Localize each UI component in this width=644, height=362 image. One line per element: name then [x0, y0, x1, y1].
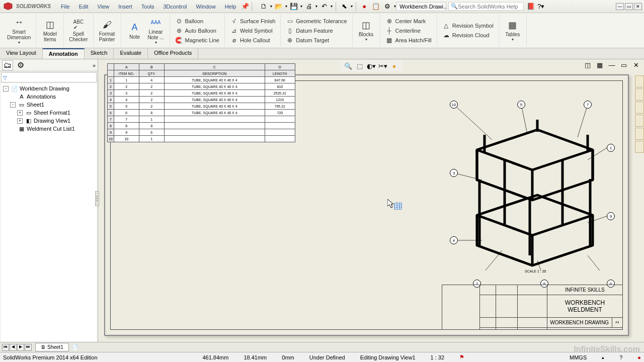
doc-max-icon[interactable]: ▭ — [619, 60, 629, 69]
balloon[interactable]: 10 — [450, 101, 458, 109]
balloon[interactable]: 4 — [450, 236, 458, 244]
doc-close-icon[interactable]: ✕ — [631, 60, 641, 69]
settings-icon[interactable]: ⚙ — [382, 2, 392, 12]
note-button[interactable]: A Note — [124, 21, 145, 41]
hole-callout-button[interactable]: ⌀Hole Callout — [228, 36, 277, 45]
doc-min-icon[interactable]: — — [607, 60, 617, 69]
expand-icon[interactable]: + — [17, 110, 23, 116]
taskpane-resources-icon[interactable] — [635, 75, 644, 87]
add-sheet-icon[interactable]: 📄 — [72, 344, 78, 350]
sheet-tab-1[interactable]: 🗎 Sheet1 — [35, 343, 69, 351]
rebuild-icon[interactable]: ● — [359, 2, 369, 12]
flyout-icon[interactable]: » — [93, 62, 96, 68]
tab-evaluate[interactable]: Evaluate — [114, 48, 148, 59]
balloon[interactable]: 1 — [607, 144, 615, 152]
expand-icon[interactable]: + — [17, 118, 23, 124]
centerline-button[interactable]: ┼Centerline — [383, 26, 434, 35]
menu-file[interactable]: File — [57, 2, 74, 11]
tree-item[interactable]: ▦Weldment Cut List1 — [2, 125, 96, 133]
menu-edit[interactable]: Edit — [75, 2, 93, 11]
appearance-icon[interactable]: ● — [389, 61, 399, 70]
panel-splitter[interactable] — [95, 191, 99, 206]
blocks-button[interactable]: ◫ Blocks ▾ — [356, 18, 377, 43]
select-icon[interactable]: ⬉ — [339, 2, 349, 12]
property-manager-tab[interactable]: ⚙ — [15, 60, 26, 70]
help-dropdown-icon[interactable]: ?▾ — [536, 2, 546, 12]
balloon-button[interactable]: ⊙Balloon — [173, 17, 222, 26]
new-icon[interactable]: 🗋 — [259, 2, 269, 12]
format-painter-button[interactable]: 🖌 Format Painter — [97, 18, 118, 43]
options-icon[interactable]: 📋 — [371, 2, 381, 12]
restore-button[interactable]: ▭ — [625, 3, 633, 10]
status-help-icon[interactable]: ? — [619, 354, 622, 360]
balloon[interactable]: 7 — [584, 101, 592, 109]
sheet-prev-icon[interactable]: ◀ — [10, 344, 17, 351]
weldment-cutlist-table[interactable]: ABCDITEM NO.QTY.DESCRIPTIONLENGTH114TUBE… — [107, 63, 295, 142]
menu-view[interactable]: View — [94, 2, 114, 11]
taskpane-explorer-icon[interactable] — [635, 102, 644, 114]
expand-icon[interactable]: - — [10, 102, 16, 108]
menu-tools[interactable]: Tools — [137, 2, 158, 11]
revision-cloud-button[interactable]: ☁Revision Cloud — [440, 31, 496, 40]
balloon[interactable]: 5 — [517, 101, 525, 109]
tree-item[interactable]: AAnnotations — [2, 93, 96, 101]
section-icon[interactable]: ✂▾ — [378, 61, 388, 70]
magnetic-line-button[interactable]: 🧲Magnetic Line — [173, 36, 222, 45]
display-style-icon[interactable]: ◐▾ — [366, 61, 376, 70]
taskpane-library-icon[interactable] — [635, 88, 644, 101]
tree-item[interactable]: -▭Sheet1 — [2, 101, 96, 109]
weld-symbol-button[interactable]: ⊿Weld Symbol — [228, 26, 277, 35]
surface-finish-button[interactable]: √Surface Finish — [228, 17, 277, 26]
tree-item[interactable]: +◧Drawing View1 — [2, 117, 96, 125]
area-hatch-button[interactable]: ▦Area Hatch/Fill — [383, 36, 434, 45]
auto-balloon-button[interactable]: ⊛Auto Balloon — [173, 26, 222, 35]
drawing-view-1[interactable]: 10571394286 SCALE 1 : 20 — [437, 89, 608, 270]
center-mark-button[interactable]: ⊕Center Mark — [383, 17, 434, 26]
title-block[interactable]: INFINITE SKILLS WORKBENCH WELDMENT WORKB… — [442, 285, 623, 330]
taskpane-appearances-icon[interactable] — [635, 128, 644, 140]
sheet-first-icon[interactable]: ⏮ — [2, 344, 9, 351]
print-icon[interactable]: 🖨 — [304, 2, 314, 12]
balloon[interactable]: 3 — [450, 169, 458, 177]
taskpane-palette-icon[interactable] — [635, 115, 644, 127]
status-record-icon[interactable]: ● — [637, 354, 641, 360]
tree-filter[interactable]: ▽ — [1, 72, 97, 82]
menu-3dcontrol[interactable]: 3Dcontrol — [159, 2, 191, 11]
tab-annotation[interactable]: Annotation — [43, 48, 85, 59]
menu-window[interactable]: Window — [192, 2, 220, 11]
sheet-last-icon[interactable]: ⏭ — [25, 344, 32, 351]
linear-note-button[interactable]: AAA Linear Note ... ▾ — [145, 16, 167, 46]
feature-tree-tab[interactable]: 🗂 — [2, 60, 13, 70]
drawing-canvas[interactable]: 🔍 ⬚ ◐▾ ✂▾ ● ◫ ▦ — ▭ ✕ ABCDITEM NO.QTY.DE… — [98, 59, 644, 342]
save-icon[interactable]: 💾 — [289, 2, 299, 12]
expand-icon[interactable]: - — [3, 86, 9, 92]
geo-tolerance-button[interactable]: ▭Geometric Tolerance — [284, 17, 349, 26]
revision-symbol-button[interactable]: △Revision Symbol — [440, 21, 496, 30]
units-label[interactable]: MMGS — [570, 354, 587, 360]
close-button[interactable]: ✕ — [634, 3, 642, 10]
menu-help[interactable]: Help — [221, 2, 240, 11]
search-input[interactable] — [458, 4, 518, 10]
doc-tile-icon[interactable]: ▦ — [595, 60, 605, 69]
tree-item[interactable]: -📄Workbench Drawing — [2, 84, 96, 93]
undo-icon[interactable]: ↶ — [319, 2, 329, 12]
zoom-fit-icon[interactable]: 🔍 — [343, 61, 353, 70]
tables-button[interactable]: ▦ Tables ▾ — [502, 18, 523, 43]
sheet-next-icon[interactable]: ▶ — [17, 344, 24, 351]
status-flag-icon[interactable]: ⚑ — [459, 354, 464, 360]
spell-checker-button[interactable]: ABC✔ Spell Checker — [67, 18, 90, 43]
datum-target-button[interactable]: ⊕Datum Target — [284, 36, 349, 45]
balloon[interactable]: 9 — [607, 212, 615, 220]
zoom-area-icon[interactable]: ⬚ — [355, 61, 365, 70]
smart-dimension-button[interactable]: ↔ Smart Dimension ▾ — [5, 16, 33, 46]
search-box[interactable]: 🔍 — [448, 2, 524, 11]
taskpane-custom-icon[interactable] — [635, 141, 644, 153]
tab-office-products[interactable]: Office Products — [148, 48, 198, 59]
help-icon[interactable]: 📕 — [526, 2, 536, 12]
open-icon[interactable]: 📂 — [274, 2, 284, 12]
doc-new-window-icon[interactable]: ◫ — [583, 60, 593, 69]
minimize-button[interactable]: — — [616, 3, 624, 10]
model-items-button[interactable]: ◫ Model Items — [39, 18, 60, 43]
tree-item[interactable]: +▭Sheet Format1 — [2, 109, 96, 117]
pin-icon[interactable]: 📌 — [240, 2, 250, 12]
